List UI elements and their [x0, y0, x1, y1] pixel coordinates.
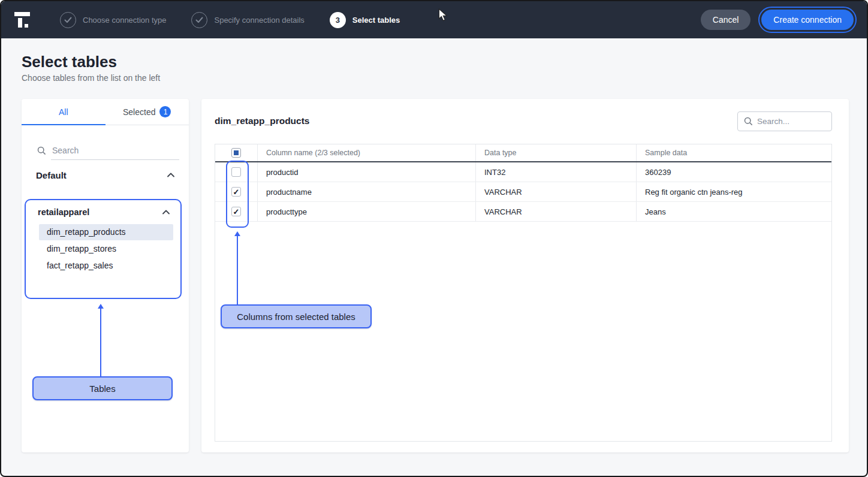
step-select-tables: 3 Select tables: [330, 12, 400, 28]
page-title: Select tables: [22, 53, 117, 71]
header-sample-data: Sample data: [636, 144, 831, 161]
column-name-cell: producttype: [257, 202, 475, 221]
search-icon: [744, 117, 753, 126]
data-type-cell: VARCHAR: [475, 182, 636, 201]
tab-all-label: All: [59, 107, 68, 117]
sidebar-table-item[interactable]: dim_retapp_products: [39, 224, 173, 240]
cancel-button[interactable]: Cancel: [701, 10, 751, 30]
columns-search: [737, 111, 832, 131]
schema-retailapparel[interactable]: retailapparel: [26, 200, 180, 224]
column-row: ✓producttypeVARCHARJeans: [215, 202, 831, 222]
selected-table-title: dim_retapp_products: [215, 116, 309, 126]
wizard-topbar: Choose connection type Specify connectio…: [1, 1, 867, 38]
step2-label: Specify connection details: [214, 16, 304, 25]
header-data-type: Data type: [475, 144, 636, 161]
columns-annotation-label: Columns from selected tables: [221, 304, 372, 328]
sample-data-cell: Reg fit organic ctn jeans-reg: [636, 182, 831, 201]
sidebar-table-item[interactable]: dim_retapp_stores: [39, 241, 173, 257]
tables-sidebar: All Selected 1 Default retailapparel dim…: [22, 99, 189, 452]
columns-table: Column name (2/3 selected) Data type Sam…: [215, 144, 832, 442]
step1-label: Choose connection type: [83, 16, 166, 25]
step3-label: Select tables: [352, 16, 400, 25]
step2-check-icon: [191, 12, 207, 28]
checkbox-annotation-box: [226, 161, 249, 228]
column-name-cell: productid: [257, 162, 475, 182]
column-row: ✓productnameVARCHARReg fit organic ctn j…: [215, 182, 831, 202]
sidebar-search-input[interactable]: [51, 143, 179, 160]
step-specify-connection-details[interactable]: Specify connection details: [191, 12, 304, 28]
step-choose-connection-type[interactable]: Choose connection type: [60, 12, 166, 28]
sample-data-cell: Jeans: [636, 202, 831, 221]
data-type-cell: VARCHAR: [475, 202, 636, 221]
chevron-up-icon: [167, 173, 174, 177]
data-type-cell: INT32: [475, 162, 636, 182]
header-column-name: Column name (2/3 selected): [257, 144, 475, 161]
tables-arrow-line: [100, 308, 101, 376]
step3-number: 3: [330, 12, 346, 28]
group-default[interactable]: Default: [22, 161, 189, 189]
step1-check-icon: [60, 12, 76, 28]
schema-label: retailapparel: [38, 207, 89, 217]
app-logo-icon: [14, 11, 32, 28]
sidebar-search: [22, 125, 189, 160]
create-connection-button[interactable]: Create connection: [761, 10, 854, 30]
tables-annotation-label: Tables: [32, 376, 173, 400]
column-row: productidINT32360239: [215, 162, 831, 182]
app-window: Choose connection type Specify connectio…: [0, 0, 868, 477]
chevron-up-icon: [162, 210, 170, 215]
columns-table-body: productidINT32360239✓productnameVARCHARR…: [215, 162, 831, 222]
columns-table-header: Column name (2/3 selected) Data type Sam…: [215, 144, 831, 162]
search-icon: [37, 146, 46, 155]
schema-annotation-box: retailapparel dim_retapp_productsdim_ret…: [25, 199, 182, 299]
tab-all[interactable]: All: [22, 99, 106, 125]
columns-arrow-line: [237, 236, 238, 304]
tab-selected-label: Selected: [123, 107, 155, 117]
select-all-checkbox[interactable]: [231, 148, 241, 158]
columns-panel: dim_retapp_products Column name (2/3 sel…: [201, 99, 849, 452]
selected-count-badge: 1: [159, 106, 171, 117]
tab-selected[interactable]: Selected 1: [106, 99, 189, 125]
page-subtitle: Choose tables from the list on the left: [22, 73, 160, 83]
columns-search-input[interactable]: [757, 117, 825, 126]
header-checkbox-cell: [215, 144, 257, 161]
column-name-cell: productname: [257, 182, 475, 201]
sidebar-table-list: dim_retapp_productsdim_retapp_storesfact…: [26, 224, 180, 274]
group-default-label: Default: [36, 170, 67, 180]
sidebar-table-item[interactable]: fact_retapp_sales: [39, 258, 173, 274]
sample-data-cell: 360239: [636, 162, 831, 182]
sidebar-tabs: All Selected 1: [22, 99, 189, 125]
